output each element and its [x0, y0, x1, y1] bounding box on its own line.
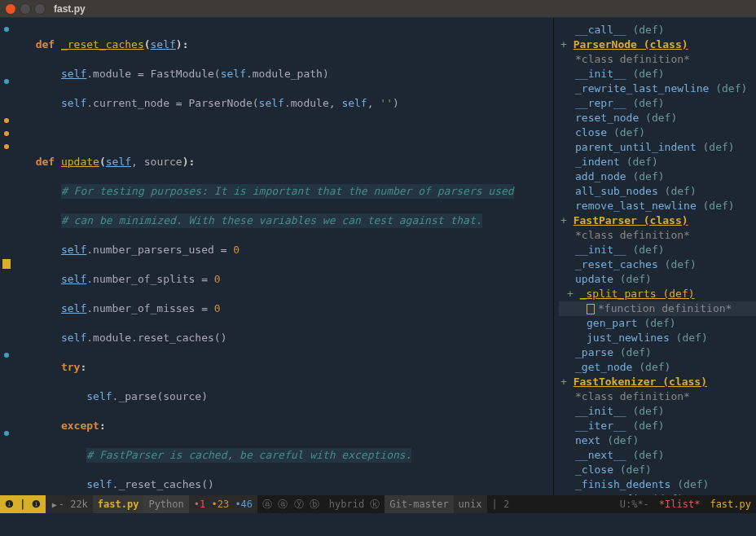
outline-item[interactable]: *class definition*	[559, 52, 756, 67]
outline-item[interactable]: reset_node (def)	[559, 111, 756, 125]
outline-item[interactable]: _get_node (def)	[559, 360, 756, 375]
outline-item[interactable]: *class definition*	[559, 389, 756, 404]
outline-item[interactable]: __next__ (def)	[559, 448, 756, 463]
statusbar: ❶ | ❶ ▶- 22k fast.py Python •1 •23 •46 ⓐ…	[0, 495, 756, 513]
outline-item[interactable]: _close (def)	[559, 463, 756, 477]
titlebar: fast.py	[0, 0, 756, 18]
status-filename: fast.py	[98, 499, 139, 510]
code-editor[interactable]: def _reset_caches(self): self.module = F…	[13, 18, 553, 495]
outline-item[interactable]: next (def)	[559, 433, 756, 448]
outline-item[interactable]: _indent (def)	[559, 155, 756, 169]
outline-item[interactable]: __init__ (def)	[559, 67, 756, 81]
minibuffer[interactable]	[0, 513, 756, 536]
outline-item[interactable]: __init__ (def)	[559, 243, 756, 257]
outline-item[interactable]: add_node (def)	[559, 169, 756, 184]
outline-item[interactable]: + FastParser (class)	[559, 213, 756, 228]
status-git: Git-master	[389, 499, 448, 510]
outline-item[interactable]: just_newlines (def)	[559, 331, 756, 345]
outline-item[interactable]: + _split_parts (def)	[559, 287, 756, 301]
status-language: Python	[148, 499, 183, 510]
outline-item[interactable]: parent_until_indent (def)	[559, 140, 756, 155]
minimize-icon[interactable]	[20, 3, 31, 15]
outline-item[interactable]: _rewrite_last_newline (def)	[559, 81, 756, 96]
outline-item[interactable]: update (def)	[559, 272, 756, 287]
status-warn-icon[interactable]: ❶ | ❶	[0, 495, 46, 513]
outline-item[interactable]: __iter__ (def)	[559, 419, 756, 433]
outline-item[interactable]: remove_last_newline (def)	[559, 199, 756, 213]
outline-item[interactable]: __repr__ (def)	[559, 96, 756, 111]
outline-item[interactable]: _reset_caches (def)	[559, 257, 756, 272]
outline-item[interactable]: __call__ (def)	[559, 23, 756, 37]
outline-item[interactable]: all_sub_nodes (def)	[559, 184, 756, 199]
outline-item[interactable]: gen_part (def)	[559, 316, 756, 331]
outline-item[interactable]: *function definition*	[559, 301, 756, 316]
outline-item[interactable]: _parse (def)	[559, 345, 756, 360]
outline-panel[interactable]: __call__ (def)+ ParserNode (class)*class…	[554, 18, 756, 495]
outline-item[interactable]: close (def)	[559, 125, 756, 140]
close-icon[interactable]	[5, 3, 16, 15]
outline-item[interactable]: _finish_dedents (def)	[559, 477, 756, 492]
outline-item[interactable]: __init__ (def)	[559, 404, 756, 419]
maximize-icon[interactable]	[34, 3, 46, 15]
outline-item[interactable]: + FastTokenizer (class)	[559, 375, 756, 389]
editor-content: def _reset_caches(self): self.module = F…	[0, 18, 756, 495]
outline-item[interactable]: + ParserNode (class)	[559, 37, 756, 52]
gutter	[0, 18, 13, 495]
outline-item[interactable]: *class definition*	[559, 228, 756, 243]
editor-window: fast.py def _reset_caches(self): self.mo…	[0, 0, 756, 536]
window-title: fast.py	[54, 3, 86, 15]
